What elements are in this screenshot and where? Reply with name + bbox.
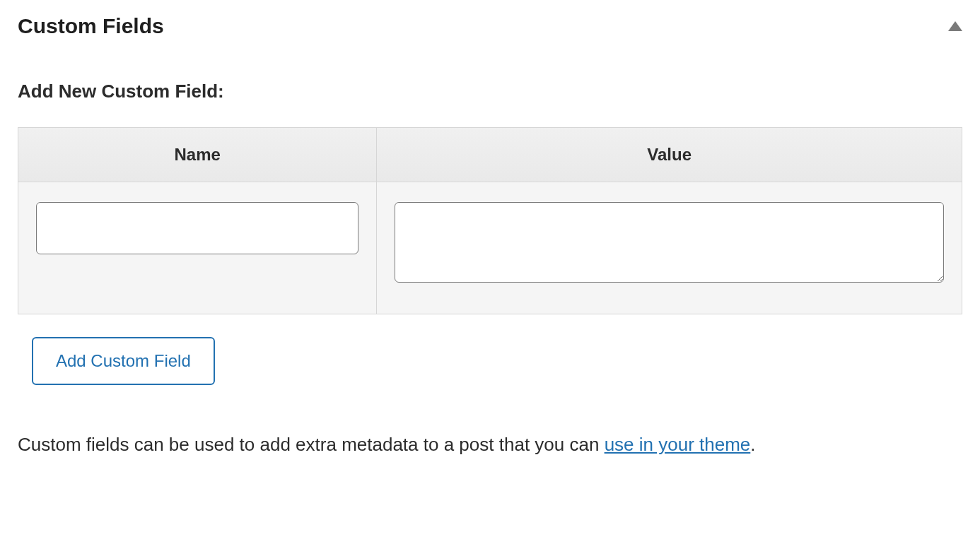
column-header-value: Value <box>377 128 962 182</box>
description-prefix: Custom fields can be used to add extra m… <box>18 434 605 455</box>
description-text: Custom fields can be used to add extra m… <box>18 427 962 461</box>
add-custom-field-button[interactable]: Add Custom Field <box>32 337 215 385</box>
value-textarea[interactable] <box>395 202 944 283</box>
panel-header: Custom Fields <box>18 14 962 38</box>
collapse-toggle-icon[interactable] <box>948 21 962 31</box>
custom-field-table: Name Value <box>18 127 962 314</box>
value-cell <box>377 182 962 314</box>
use-in-theme-link[interactable]: use in your theme <box>605 434 751 455</box>
name-input[interactable] <box>36 202 358 254</box>
input-row <box>18 182 962 314</box>
column-header-name: Name <box>18 128 377 182</box>
name-cell <box>18 182 377 314</box>
description-suffix: . <box>750 434 755 455</box>
add-new-heading: Add New Custom Field: <box>18 81 962 102</box>
panel-title: Custom Fields <box>18 14 164 38</box>
